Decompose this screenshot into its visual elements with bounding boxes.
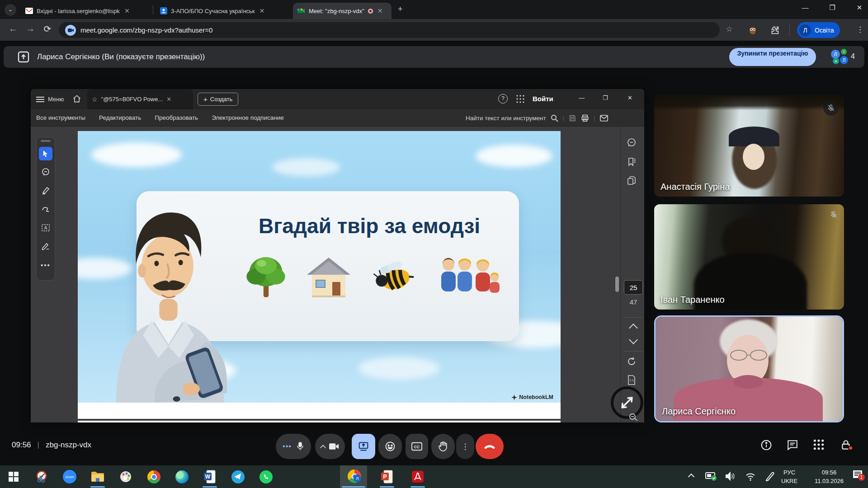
highlight-tool-button[interactable] <box>39 184 52 197</box>
tab-course[interactable]: 3-АПО/БПО Сучасна українськ ✕ <box>156 3 286 19</box>
tab-close-icon[interactable]: ✕ <box>123 7 131 14</box>
audio-options-dots-icon[interactable]: ••• <box>283 442 292 450</box>
acrobat-restore-icon[interactable]: ❐ <box>603 94 608 101</box>
acrobat-minimize-icon[interactable]: — <box>579 94 585 101</box>
menu-esign[interactable]: Электронное подписание <box>212 114 284 121</box>
previous-page-button[interactable] <box>629 324 638 333</box>
doc-tab-close-icon[interactable]: ✕ <box>166 96 171 103</box>
notification-center-button[interactable]: 1 <box>853 469 863 488</box>
mail-icon[interactable] <box>600 115 608 122</box>
leave-call-button[interactable] <box>476 434 504 459</box>
security-tray-icon[interactable] <box>705 471 717 488</box>
create-button[interactable]: +Создать <box>198 93 238 106</box>
find-tool-search[interactable]: Найти текст или инструмент | | <box>466 114 608 122</box>
bookmarks-panel-icon[interactable] <box>627 157 637 167</box>
tray-expand-chevron[interactable] <box>689 474 693 488</box>
add-text-tool-button[interactable]: A <box>39 221 52 235</box>
comment-tool-button[interactable] <box>39 165 52 179</box>
page-number-input[interactable]: 25 <box>624 280 643 295</box>
raise-hand-button[interactable] <box>431 434 455 459</box>
stop-presenting-button[interactable]: Зупинити презентацію <box>729 48 816 66</box>
home-icon[interactable] <box>72 94 81 103</box>
participant-tile-anastasia[interactable]: Анастасія Гуріна <box>654 95 844 197</box>
start-button[interactable] <box>5 469 22 485</box>
audio-options-mic-button[interactable]: ••• <box>276 434 311 459</box>
next-page-button[interactable] <box>629 335 638 344</box>
address-bar[interactable]: meet.google.com/zbg-nszp-vdx?authuser=0 <box>59 22 720 38</box>
captions-button[interactable]: CC <box>406 434 428 459</box>
window-close-button[interactable]: ✕ <box>853 4 866 12</box>
paint-app-icon[interactable] <box>118 469 134 485</box>
scrollbar-thumb[interactable] <box>615 277 619 292</box>
participant-tile-larisa-active[interactable]: Лариса Сергієнко <box>654 315 844 422</box>
word-app-icon[interactable]: W <box>202 469 218 485</box>
telegram-app-icon[interactable] <box>230 469 246 485</box>
language-indicator[interactable]: РУС UKRE <box>781 468 797 488</box>
activities-button[interactable] <box>813 439 824 452</box>
chat-button[interactable] <box>787 439 798 453</box>
meet-camera-chip-icon[interactable] <box>65 25 76 36</box>
sign-tool-button[interactable] <box>39 239 52 253</box>
sign-in-button[interactable]: Войти <box>533 95 553 103</box>
acrobat-app-icon[interactable] <box>410 469 426 485</box>
participant-tile-ivan[interactable]: Іван Тараненко <box>654 204 844 310</box>
edge-app-icon[interactable] <box>174 469 190 485</box>
menu-edit[interactable]: Редактировать <box>99 114 141 121</box>
whatsapp-app-icon[interactable] <box>258 469 274 485</box>
camera-options-chevron-icon[interactable] <box>320 445 326 450</box>
tab-meet-active[interactable]: Meet: "zbg-nszp-vdx" ✕ <box>293 3 392 19</box>
document-tab[interactable]: ☆ "@575=B0FVO Powe... ✕ <box>87 89 193 109</box>
window-minimize-button[interactable]: — <box>798 4 812 11</box>
powerpoint-app-icon[interactable]: P <box>379 469 395 485</box>
present-screen-button-active[interactable] <box>352 434 375 459</box>
save-icon[interactable] <box>569 114 576 122</box>
chrome-active-app-icon[interactable]: л <box>346 468 363 484</box>
profile-chip[interactable]: Л Освіта <box>797 22 840 38</box>
chrome-menu-icon[interactable]: ⋮ <box>856 25 864 34</box>
mic-icon[interactable] <box>296 441 304 451</box>
actual-size-icon[interactable]: 1:1 <box>627 375 637 385</box>
apps-grid-icon[interactable] <box>516 95 524 103</box>
pdf-page[interactable]: Вгадай твір за емодзі <box>78 131 561 419</box>
print-icon[interactable] <box>581 114 589 122</box>
comments-panel-icon[interactable] <box>627 138 637 148</box>
camera-options-button[interactable] <box>315 434 345 459</box>
meeting-details-button[interactable] <box>760 439 772 453</box>
toolbar-drag-handle[interactable] <box>41 140 51 142</box>
hamburger-menu-icon[interactable] <box>36 95 44 103</box>
host-controls-button[interactable] <box>840 439 852 453</box>
volume-tray-icon[interactable] <box>725 471 736 488</box>
zoom-app-icon[interactable]: zoom <box>61 469 78 485</box>
select-tool-button[interactable] <box>39 147 52 160</box>
reload-button[interactable]: ⟳ <box>41 23 54 34</box>
forward-button[interactable]: → <box>24 23 37 34</box>
bookmark-star-icon[interactable]: ☆ <box>722 24 736 34</box>
participant-count[interactable]: 4 <box>851 52 855 61</box>
zoom-out-icon[interactable] <box>628 413 638 421</box>
window-restore-button[interactable]: ❐ <box>826 4 839 12</box>
owl-extension-icon[interactable] <box>748 25 758 37</box>
acrobat-close-icon[interactable]: ✕ <box>627 94 632 101</box>
pen-tray-icon[interactable] <box>765 471 775 488</box>
menu-convert[interactable]: Преобразовать <box>155 114 198 121</box>
doc-star-icon[interactable]: ☆ <box>92 96 98 103</box>
tab-close-icon[interactable]: ✕ <box>259 7 266 14</box>
fit-width-cursor-icon[interactable] <box>619 395 635 410</box>
camera-icon[interactable] <box>329 443 339 450</box>
file-explorer-icon[interactable] <box>90 469 106 485</box>
reactions-button[interactable] <box>378 434 402 459</box>
menu-label[interactable]: Меню <box>48 96 64 103</box>
network-tray-icon[interactable] <box>745 471 756 488</box>
clock[interactable]: 09:56 11.03.2026 <box>807 468 851 488</box>
back-button[interactable]: ← <box>6 23 20 34</box>
tab-gmail[interactable]: Вхідні - larissa.sergienko@lispk ✕ <box>21 3 151 19</box>
draw-tool-button[interactable] <box>39 202 52 216</box>
tab-close-icon[interactable]: ✕ <box>377 7 384 14</box>
help-icon[interactable]: ? <box>498 94 508 103</box>
pages-panel-icon[interactable] <box>627 176 637 186</box>
snipping-tool-icon[interactable] <box>33 469 50 485</box>
chrome-app-icon[interactable] <box>146 469 162 485</box>
menu-all-tools[interactable]: Все инструменты <box>36 114 85 121</box>
more-options-button[interactable]: ⋮ <box>456 434 474 459</box>
more-tools-button[interactable]: ••• <box>39 258 52 272</box>
